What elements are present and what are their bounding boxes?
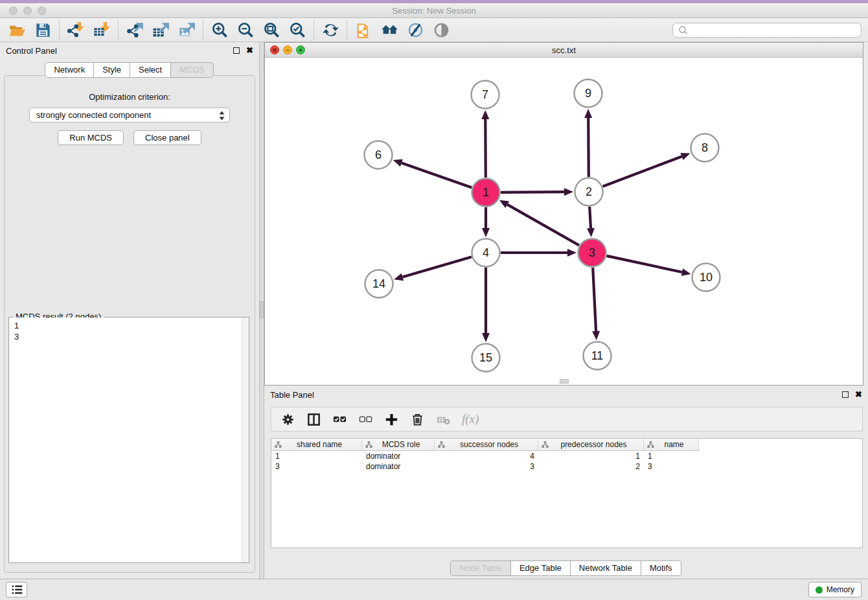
float-panel-icon[interactable] bbox=[233, 47, 240, 54]
edge-2-3[interactable] bbox=[589, 207, 591, 228]
export-image-icon bbox=[178, 21, 196, 39]
table-row[interactable]: 1dominator411 bbox=[271, 451, 862, 461]
window-title: Session: New Session bbox=[0, 6, 868, 16]
tab-node-table[interactable]: Node Table bbox=[450, 560, 511, 576]
edge-3-11[interactable] bbox=[593, 268, 596, 331]
table-header-row: shared nameMCDS rolesuccessor nodesprede… bbox=[271, 439, 862, 451]
export-image-button[interactable] bbox=[174, 20, 200, 40]
table-toolbar: f(x) bbox=[271, 407, 863, 432]
table-cell[interactable]: 3 bbox=[435, 461, 538, 472]
zoom-fit-button[interactable] bbox=[258, 20, 284, 40]
result-scrollbar[interactable] bbox=[242, 317, 249, 562]
close-panel-icon[interactable]: ✖ bbox=[246, 47, 253, 54]
network-node-11[interactable]: 11 bbox=[584, 342, 611, 370]
edge-1-2[interactable] bbox=[501, 192, 564, 192]
table-cell[interactable]: 4 bbox=[435, 451, 538, 461]
zoom-in-button[interactable] bbox=[207, 20, 233, 40]
splitter-grip[interactable] bbox=[260, 301, 264, 318]
run-mcds-button[interactable]: Run MCDS bbox=[58, 130, 124, 145]
zoom-selected-button[interactable] bbox=[284, 20, 310, 40]
edge-2-9[interactable] bbox=[588, 118, 589, 177]
network-node-15[interactable]: 15 bbox=[472, 344, 500, 372]
table-cell[interactable]: dominator bbox=[362, 451, 435, 461]
node-table[interactable]: shared nameMCDS rolesuccessor nodesprede… bbox=[271, 438, 863, 548]
export-network-button[interactable] bbox=[122, 20, 148, 40]
toggle-panes-button[interactable] bbox=[306, 412, 321, 427]
zoom-out-button[interactable] bbox=[233, 20, 258, 40]
close-panel-button[interactable]: Close panel bbox=[133, 130, 201, 145]
network-node-9[interactable]: 9 bbox=[575, 80, 602, 108]
tab-select[interactable]: Select bbox=[130, 62, 171, 78]
select-all-columns-button[interactable] bbox=[332, 412, 347, 427]
network-node-10[interactable]: 10 bbox=[692, 264, 720, 292]
show-graphics-details-button[interactable] bbox=[428, 20, 454, 40]
search-input[interactable] bbox=[672, 23, 862, 38]
edge-1-6[interactable] bbox=[402, 163, 472, 188]
network-canvas[interactable]: 7968124314101511 bbox=[265, 58, 863, 385]
network-node-2[interactable]: 2 bbox=[575, 178, 603, 206]
task-history-button[interactable] bbox=[6, 582, 27, 597]
mcds-result-text[interactable]: 13 bbox=[9, 317, 249, 562]
list-icon bbox=[10, 583, 24, 597]
column-header-name[interactable]: name bbox=[644, 439, 699, 451]
zoom-out-icon bbox=[237, 21, 255, 39]
edge-3-1[interactable] bbox=[507, 205, 579, 246]
table-cell[interactable]: 3 bbox=[644, 461, 699, 472]
table-close-panel-icon[interactable]: ✖ bbox=[855, 391, 862, 398]
help-home-button[interactable] bbox=[376, 20, 402, 40]
table-cell[interactable]: dominator bbox=[362, 461, 435, 472]
table-cell[interactable]: 2 bbox=[538, 461, 644, 472]
column-header-shared-name[interactable]: shared name bbox=[271, 439, 362, 451]
table-cell[interactable]: 1 bbox=[271, 451, 362, 461]
edge-4-14[interactable] bbox=[403, 257, 472, 277]
attribute-icon bbox=[437, 441, 446, 449]
toolbar-separator bbox=[347, 20, 347, 40]
hide-graphics-details-button[interactable] bbox=[402, 20, 428, 40]
column-header-predecessor-nodes[interactable]: predecessor nodes bbox=[538, 439, 644, 451]
column-header-successor-nodes[interactable]: successor nodes bbox=[435, 439, 538, 451]
export-table-button[interactable] bbox=[148, 20, 174, 40]
network-node-8[interactable]: 8 bbox=[691, 134, 719, 162]
edge-2-8[interactable] bbox=[603, 157, 682, 187]
network-bottom-grip[interactable] bbox=[560, 379, 569, 384]
network-node-6[interactable]: 6 bbox=[365, 141, 393, 169]
edge-1-7[interactable] bbox=[485, 119, 486, 178]
tab-mcds[interactable]: MCDS bbox=[170, 62, 213, 78]
network-window: ✕ − + scc.txt 7968124314101511 bbox=[264, 42, 863, 386]
table-row[interactable]: 3dominator323 bbox=[271, 461, 862, 472]
network-node-7[interactable]: 7 bbox=[472, 81, 499, 109]
column-header-MCDS-role[interactable]: MCDS role bbox=[362, 439, 435, 451]
edge-3-10[interactable] bbox=[607, 256, 682, 272]
network-node-4[interactable]: 4 bbox=[472, 239, 500, 267]
tab-network-table[interactable]: Network Table bbox=[570, 560, 641, 576]
network-window-title: scc.txt bbox=[265, 45, 863, 55]
node-label: 1 bbox=[483, 186, 489, 199]
table-float-panel-icon[interactable] bbox=[842, 391, 849, 398]
open-session-button[interactable] bbox=[4, 20, 30, 40]
refresh-view-button[interactable] bbox=[317, 20, 343, 40]
optimization-dropdown[interactable]: strongly connected component bbox=[29, 108, 230, 122]
save-session-button[interactable] bbox=[30, 20, 56, 40]
network-node-1[interactable]: 1 bbox=[472, 179, 500, 207]
table-cell[interactable]: 3 bbox=[271, 461, 362, 472]
network-graph[interactable]: 7968124314101511 bbox=[265, 58, 863, 385]
unselect-all-columns-button[interactable] bbox=[358, 412, 373, 427]
node-label: 8 bbox=[702, 141, 708, 154]
network-node-3[interactable]: 3 bbox=[578, 239, 606, 267]
network-node-14[interactable]: 14 bbox=[365, 270, 393, 298]
delete-columns-button[interactable] bbox=[410, 412, 425, 427]
memory-button[interactable]: Memory bbox=[808, 582, 862, 597]
table-cell[interactable]: 1 bbox=[644, 451, 699, 461]
import-table-button[interactable] bbox=[89, 20, 115, 40]
tab-edge-table[interactable]: Edge Table bbox=[510, 560, 571, 576]
network-from-file-button[interactable] bbox=[350, 20, 376, 40]
create-column-icon bbox=[384, 412, 399, 427]
import-network-button[interactable] bbox=[63, 20, 89, 40]
panel-splitter[interactable] bbox=[259, 42, 264, 579]
tab-motifs[interactable]: Motifs bbox=[641, 560, 681, 576]
column-settings-button[interactable] bbox=[280, 412, 295, 427]
table-cell[interactable]: 1 bbox=[538, 451, 644, 461]
tab-style[interactable]: Style bbox=[93, 62, 130, 78]
tab-network[interactable]: Network bbox=[45, 62, 94, 78]
create-column-button[interactable] bbox=[384, 412, 399, 427]
